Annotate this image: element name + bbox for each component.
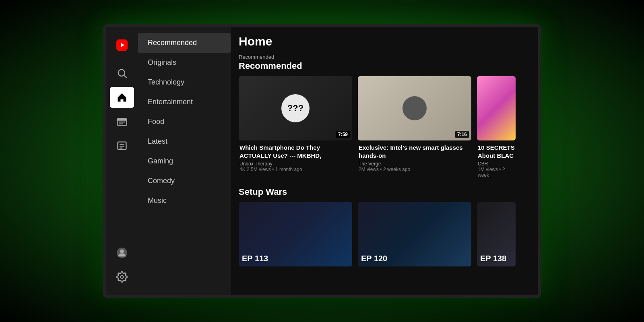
section-title-setup-wars: Setup Wars [239, 187, 530, 197]
video-card-setup-0[interactable] [239, 202, 352, 266]
sidebar-item-subscriptions[interactable] [110, 111, 134, 132]
video-meta-2: 1M views • 2 week [478, 167, 515, 178]
video-channel-1: The Verge [359, 161, 471, 167]
section-label-small: Recommended [239, 54, 530, 60]
sidebar-item-search[interactable] [110, 63, 134, 84]
tv-screen: Recommended Originals Technology Enterta… [106, 27, 538, 295]
video-thumb-setup-1 [358, 202, 471, 266]
sidebar-item-home[interactable] [110, 87, 134, 108]
video-title-2: 10 SECRETS About BLAC [478, 144, 515, 159]
video-thumb-setup-2 [477, 202, 516, 266]
video-title-1: Exclusive: Intel's new smart glasses han… [359, 144, 471, 159]
video-card-setup-2[interactable] [477, 202, 516, 266]
video-info-2: 10 SECRETS About BLAC CBR 1M views • 2 w… [477, 140, 516, 178]
video-title-0: Which Smartphone Do They ACTUALLY Use? -… [239, 144, 351, 159]
nav-item-2[interactable]: Technology [138, 72, 231, 92]
svg-line-3 [124, 75, 126, 78]
video-thumb-0: 7:59 [239, 76, 352, 140]
video-meta-1: 2M views • 2 weeks ago [359, 167, 471, 172]
video-meta-0: 4K 2.5M views • 1 month ago [239, 167, 351, 172]
sidebar-item-library[interactable] [110, 135, 134, 156]
video-grid-setup-wars [239, 202, 530, 266]
video-thumb-1: 7:16 [358, 76, 471, 140]
video-channel-0: Unbox Therapy [239, 161, 351, 167]
nav-item-3[interactable]: Entertainment [138, 92, 231, 112]
nav-item-4[interactable]: Food [138, 112, 231, 132]
video-duration-1: 7:16 [455, 131, 469, 138]
video-thumb-2 [477, 76, 516, 140]
video-thumb-setup-0 [239, 202, 352, 266]
tv-frame: Recommended Originals Technology Enterta… [103, 24, 541, 298]
video-duration-0: 7:59 [336, 131, 350, 138]
video-card-0[interactable]: 7:59 Which Smartphone Do They ACTUALLY U… [239, 76, 352, 178]
sidebar-item-settings[interactable] [110, 266, 134, 287]
main-content: Home Recommended Recommended 7:59 Which … [231, 27, 538, 295]
video-info-1: Exclusive: Intel's new smart glasses han… [358, 140, 471, 172]
nav-menu: Recommended Originals Technology Enterta… [138, 27, 231, 295]
video-card-setup-1[interactable] [358, 202, 471, 266]
sidebar-item-account[interactable] [110, 242, 134, 263]
nav-item-0[interactable]: Recommended [138, 33, 231, 53]
video-channel-2: CBR [478, 161, 515, 167]
video-card-1[interactable]: 7:16 Exclusive: Intel's new smart glasse… [358, 76, 471, 178]
video-info-0: Which Smartphone Do They ACTUALLY Use? -… [239, 140, 352, 172]
section-title-recommended: Recommended [239, 61, 530, 71]
nav-item-6[interactable]: Gaming [138, 151, 231, 171]
video-card-2[interactable]: 10 SECRETS About BLAC CBR 1M views • 2 w… [477, 76, 516, 178]
svg-rect-5 [117, 119, 126, 121]
youtube-logo[interactable] [110, 35, 134, 56]
svg-point-14 [121, 276, 124, 279]
sidebar-icons [106, 27, 138, 295]
section-setup-wars: Setup Wars [239, 187, 530, 266]
nav-item-5[interactable]: Latest [138, 132, 231, 151]
svg-point-2 [118, 70, 125, 76]
svg-point-13 [120, 250, 124, 253]
nav-item-7[interactable]: Comedy [138, 171, 231, 191]
page-title: Home [239, 35, 530, 48]
nav-item-8[interactable]: Music [138, 191, 231, 211]
nav-item-1[interactable]: Originals [138, 53, 231, 72]
section-recommended: Recommended Recommended 7:59 Which Smart… [239, 54, 530, 178]
video-grid-recommended: 7:59 Which Smartphone Do They ACTUALLY U… [239, 76, 530, 178]
